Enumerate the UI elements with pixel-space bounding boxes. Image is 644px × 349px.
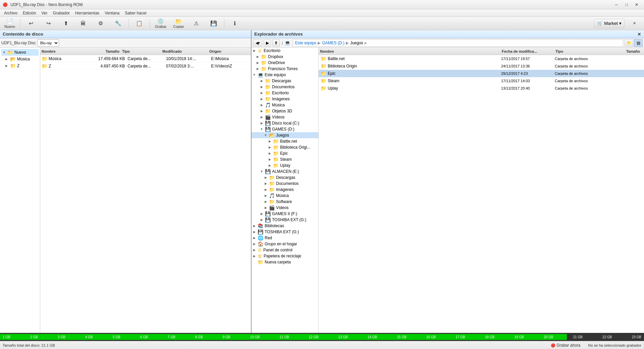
- etree-imagenes[interactable]: ▶ 📁 Imágenes: [252, 96, 318, 102]
- toolbar-btn-9[interactable]: 💾: [205, 18, 222, 29]
- file-type-z: Carpeta de...: [127, 64, 166, 68]
- toolbar-btn-7[interactable]: 📋: [131, 18, 148, 29]
- etree-battlenet[interactable]: ▶ 📁 Battle.net: [252, 138, 318, 144]
- etree-toshiba-g2[interactable]: ▶ 💾 TOSHIBA EXT (G:): [252, 229, 318, 235]
- breadcrumb-computer[interactable]: Este equipo: [295, 41, 316, 45]
- main-area: Contenido de disco UDF1_Blu-ray Disc Blu…: [0, 30, 644, 333]
- etree-documentos[interactable]: ▶ 📁 Documentos: [252, 84, 318, 90]
- etree-francisco[interactable]: ▶ 📁 Francisco Torres: [252, 66, 318, 72]
- file-row-z[interactable]: 📁 Z 4.697.450 KB Carpeta de... 07/02/201…: [40, 62, 251, 70]
- maximize-button[interactable]: □: [622, 1, 631, 8]
- titlebar: 🔴 UDF1_Blu-ray Disc - Nero Burning ROM ─…: [0, 0, 644, 9]
- etree-bibliotecas[interactable]: ▶ 📚 Bibliotecas: [252, 223, 318, 229]
- etree-descargas[interactable]: ▶ 📁 Descargas: [252, 78, 318, 84]
- etree-videos-e[interactable]: ▶ 🎬 Vídeos: [252, 205, 318, 211]
- toolbar-btn-3[interactable]: ⬆: [57, 18, 74, 29]
- etree-uplay[interactable]: ▶ 📁 Uplay: [252, 162, 318, 168]
- bluray-dropdown[interactable]: Blu-ray: [37, 39, 59, 47]
- right-panel-header: Explorador de archivos ✕: [252, 30, 644, 38]
- toolbar-btn-4[interactable]: 🏛: [75, 18, 92, 29]
- tree-item-z[interactable]: ▶ 📁 Z: [1, 62, 39, 69]
- progress-label-14gb: 14 GB: [368, 335, 377, 339]
- grabar-ahora-button[interactable]: Grabar ahora: [556, 343, 580, 348]
- frow-battlenet[interactable]: 📁 Battle.net 17/11/2017 19:57 Carpeta de…: [319, 55, 644, 62]
- menu-herramientas[interactable]: Herramientas: [72, 10, 102, 16]
- etree-escritorio2[interactable]: ▶ 📁 Escritorio: [252, 90, 318, 96]
- etree-dropbox[interactable]: ▶ 📁 Dropbox: [252, 54, 318, 60]
- view-folders-button[interactable]: 📁: [625, 39, 633, 47]
- nav-back-button[interactable]: ◀▾: [253, 39, 262, 47]
- progress-label-3gb: 3 GB: [58, 335, 65, 339]
- etree-disco-c[interactable]: ▶ 💾 Disco local (C:): [252, 120, 318, 126]
- market-button[interactable]: 🛒 Market ▾: [594, 19, 625, 28]
- etree-toggle-videos-e: ▶: [264, 206, 268, 209]
- etree-descargas-e[interactable]: ▶ 📁 Descargas: [252, 174, 318, 181]
- etree-biblioteca-origin[interactable]: ▶ 📁 Biblioteca Origi...: [252, 144, 318, 150]
- etree-nueva-carpeta[interactable]: 📁 Nueva carpeta: [252, 259, 318, 265]
- etree-grupo[interactable]: ▶ 🏠 Grupo en el hogar: [252, 241, 318, 247]
- etree-games-f[interactable]: ▶ 💾 GAMES II (F:): [252, 211, 318, 217]
- etree-equipo[interactable]: ▼ 💻 Este equipo: [252, 72, 318, 78]
- etree-imagenes-e[interactable]: ▶ 📁 Imágenes: [252, 187, 318, 193]
- close-explorer-button[interactable]: ✕: [637, 32, 641, 37]
- etree-videos[interactable]: ▶ 🎬 Vídeos: [252, 114, 318, 120]
- close-panel-button[interactable]: ✕: [626, 18, 643, 29]
- toolbar: 📄 Nuevo ↩ ↪ ⬆ 🏛 ⚙ 🔧 📋 💿 Grabar 📁 Copiar …: [0, 17, 644, 30]
- file-list: Nombre Tamaño Tipo Modificado Origen 📁 M…: [40, 48, 251, 333]
- etree-panel-control[interactable]: ▶ ⚙ Panel de control: [252, 247, 318, 253]
- etree-steam[interactable]: ▶ 📁 Steam: [252, 156, 318, 162]
- toolbar-btn-6[interactable]: 🔧: [110, 18, 126, 29]
- breadcrumb-folder[interactable]: Juegos: [350, 41, 363, 45]
- frow-biblioteca-origin[interactable]: 📁 Biblioteca Origin 24/11/2017 13:36 Car…: [319, 62, 644, 70]
- minimize-button[interactable]: ─: [612, 1, 621, 8]
- menu-saberhacer[interactable]: Saber hacer: [122, 10, 149, 16]
- frow-epic[interactable]: 📁 Epic 29/12/2017 4:23 Carpeta de archiv…: [319, 70, 644, 77]
- file-row-musica[interactable]: 📁 Música 17.459.684 KB Carpeta de... 10/…: [40, 55, 251, 62]
- statusbar-no-grabador: No se ha seleccionado grabador: [588, 343, 641, 347]
- nav-up-button[interactable]: ⬆: [272, 39, 280, 47]
- market-dropdown-icon: ▾: [619, 21, 622, 26]
- etree-onedrive[interactable]: ▶ 📁 OneDrive: [252, 60, 318, 66]
- etree-games-d[interactable]: ▼ 💾 GAMES (D:): [252, 126, 318, 132]
- etree-musica[interactable]: ▶ 🎵 Música: [252, 102, 318, 108]
- nav-forward-button[interactable]: ▶: [264, 39, 271, 47]
- menu-archivo[interactable]: Archivo: [1, 10, 20, 16]
- toolbar-btn-2[interactable]: ↪: [40, 18, 57, 29]
- toolbar-btn-8[interactable]: ⚠: [188, 18, 205, 29]
- etree-papelera[interactable]: ▶ 🗑 Papelera de reciclaje: [252, 253, 318, 259]
- toolbar-btn-5[interactable]: ⚙: [92, 18, 109, 29]
- file-modified-z: 07/02/2018 3:...: [166, 64, 211, 68]
- etree-red[interactable]: ▶ 🌐 Red: [252, 235, 318, 241]
- frow-uplay[interactable]: 📁 Uplay 13/12/2017 20:40 Carpeta de arch…: [319, 85, 644, 92]
- tree-item-nuevo[interactable]: ▼ 📁 Nuevo: [1, 49, 39, 56]
- etree-software[interactable]: ▶ 📁 Software: [252, 199, 318, 205]
- breadcrumb-drive[interactable]: GAMES (D:): [322, 41, 344, 45]
- grabar-button[interactable]: 💿 Grabar: [152, 18, 169, 29]
- progress-label-21gb: 21 GB: [573, 335, 583, 339]
- col-header-nombre: Nombre: [42, 49, 82, 53]
- file-type-musica: Carpeta de...: [127, 56, 166, 61]
- close-button[interactable]: ✕: [632, 1, 641, 8]
- folder-icon-file-musica: 📁: [42, 56, 47, 61]
- etree-musica-e[interactable]: ▶ 🎵 Música: [252, 193, 318, 199]
- info-button[interactable]: ℹ: [226, 18, 243, 29]
- frow-steam[interactable]: 📁 Steam 17/11/2017 14:03 Carpeta de arch…: [319, 77, 644, 85]
- toolbar-btn-1[interactable]: ↩: [22, 18, 39, 29]
- menu-ver[interactable]: Ver: [39, 10, 50, 16]
- etree-epic[interactable]: ▶ 📁 Epic: [252, 150, 318, 156]
- etree-juegos[interactable]: ▼ 📂 Juegos: [252, 132, 318, 138]
- menu-ventana[interactable]: Ventana: [102, 10, 122, 16]
- etree-objetos3d[interactable]: ▶ 📁 Objetos 3D: [252, 108, 318, 114]
- tree-toggle-z: ▶: [5, 64, 9, 67]
- menu-edicion[interactable]: Edición: [20, 10, 39, 16]
- copiar-button[interactable]: 📁 Copiar: [170, 18, 187, 29]
- menu-grabador[interactable]: Grabador: [50, 10, 72, 16]
- view-details-button[interactable]: ▤: [634, 39, 643, 47]
- etree-escritorio[interactable]: ▶ 🖥 Escritorio: [252, 48, 318, 54]
- etree-toshiba-g1[interactable]: ▶ 💾 TOSHIBA EXT (G:): [252, 217, 318, 223]
- etree-almacen-e[interactable]: ▼ 💾 ALMACEN (E:): [252, 168, 318, 174]
- tree-item-musica[interactable]: ▶ 📂 Música: [1, 56, 39, 62]
- etree-toggle-toshiba-g1: ▶: [260, 218, 264, 221]
- etree-documentos-e[interactable]: ▶ 📁 Documentos: [252, 181, 318, 187]
- nuevo-button[interactable]: 📄 Nuevo: [1, 18, 18, 29]
